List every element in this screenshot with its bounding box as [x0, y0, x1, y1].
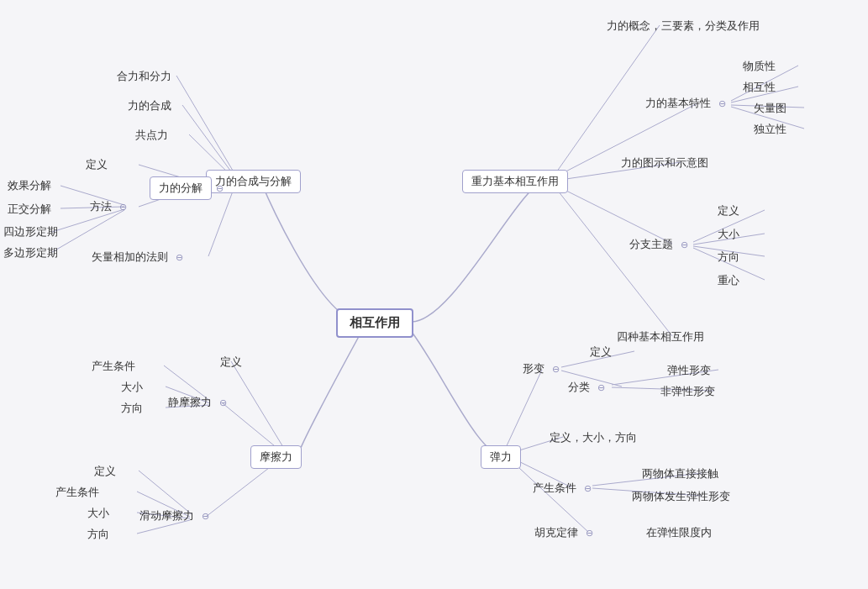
node-huadongmoca-da: 大小 [84, 504, 113, 523]
node-liangwutifasheng: 两物体发生弹性形变 [629, 487, 734, 506]
svg-line-10 [52, 210, 124, 252]
node-zhongli[interactable]: 重力基本相互作用 [462, 170, 568, 193]
node-jingmoca-chansheng: 产生条件 [88, 357, 139, 376]
node-gongdianli: 共点力 [132, 126, 171, 145]
node-feitan-xingbian: 非弹性形变 [657, 382, 718, 401]
node-xingbian-fenlei[interactable]: 分类 ⊖ [565, 378, 605, 397]
node-lifenjie[interactable]: 力的分解 ⊖ [150, 176, 224, 200]
node-lide-tushi: 力的图示和示意图 [618, 154, 712, 172]
node-jingmoca-fangxiang: 方向 [118, 399, 146, 418]
node-tanzaixian: 在弹性限度内 [643, 523, 715, 542]
node-lifenjie-fangfa[interactable]: 方法 ⊖ [87, 197, 127, 216]
node-chansheng-tiaojian[interactable]: 产生条件 ⊖ [529, 479, 592, 497]
node-fenzhi-dinyi: 定义 [714, 202, 743, 220]
node-huadongmoca[interactable]: 滑动摩擦力 ⊖ [136, 507, 209, 525]
node-jingmoca-da: 大小 [118, 378, 146, 397]
node-fenzhi-fangxiang: 方向 [714, 248, 743, 266]
node-xiaoguo: 效果分解 [4, 176, 55, 195]
node-huadongmoca-fangxiang: 方向 [84, 525, 113, 544]
node-sizhong: 四种基本相互作用 [613, 328, 708, 346]
mindmap-container: 相互作用 力的合成与分解 重力基本相互作用 摩擦力 弹力 合力和分力 力的合成 … [0, 0, 868, 589]
node-hookdinglu[interactable]: 胡克定律 ⊖ [531, 523, 593, 542]
svg-line-34 [504, 370, 542, 451]
svg-line-15 [555, 187, 672, 336]
node-huadongmoca-dinyi: 定义 [91, 462, 119, 481]
svg-line-24 [231, 361, 286, 451]
node-tanli[interactable]: 弹力 [481, 445, 521, 469]
node-lide-gainian: 力的概念，三要素，分类及作用 [603, 17, 763, 35]
node-shiliantu: 矢量图 [750, 99, 790, 118]
node-jingmoca[interactable]: 静摩擦力 ⊖ [165, 393, 227, 412]
node-moca[interactable]: 摩擦力 [250, 445, 302, 469]
node-helifenli: 合力和分力 [113, 67, 175, 86]
node-xingbian[interactable]: 形变 ⊖ [519, 360, 560, 378]
node-tanli-dinyi: 定义，大小，方向 [546, 429, 640, 447]
node-xianghuxing: 相互性 [739, 78, 779, 97]
svg-line-0 [176, 76, 235, 175]
node-tanxing-xingbian: 弹性形变 [664, 361, 714, 380]
node-fenzhi[interactable]: 分支主题 ⊖ [626, 235, 688, 254]
node-sibianxing: 四边形定期 [0, 223, 61, 241]
node-duobianxing: 多边形定期 [0, 244, 61, 262]
node-moca-dinyi: 定义 [217, 353, 245, 371]
node-huadongmoca-chansheng: 产生条件 [52, 483, 103, 502]
node-xingbian-dinyi: 定义 [587, 343, 615, 361]
svg-connections [0, 0, 868, 589]
node-fenzhi-zhongxin: 重心 [714, 271, 743, 290]
center-node[interactable]: 相互作用 [336, 308, 413, 338]
node-wuzhixing: 物质性 [739, 57, 779, 76]
node-fenzhi-daxiao: 大小 [714, 225, 743, 244]
node-lichenghe: 力的合成 [124, 97, 175, 115]
node-dulixing: 独立性 [750, 120, 790, 139]
node-lifenjie-dinyi: 定义 [82, 155, 111, 174]
svg-line-1 [182, 105, 235, 177]
node-liangwutizhijie: 两物体直接接触 [639, 465, 722, 483]
node-lide-jiben[interactable]: 力的基本特性 ⊖ [642, 94, 726, 113]
node-zhenjiao: 正交分解 [4, 200, 55, 218]
node-juzhen[interactable]: 矢量相加的法则 ⊖ [88, 248, 183, 266]
